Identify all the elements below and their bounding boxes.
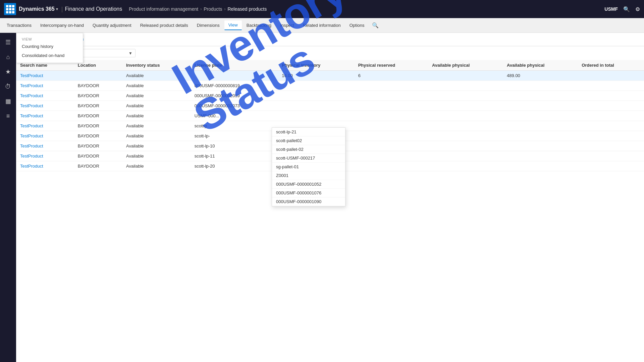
action-backtracking[interactable]: Backtracking <box>243 21 275 30</box>
lp-dropdown-item[interactable]: 000USMF-0000001076 <box>272 189 345 197</box>
app-name-chevron: ▾ <box>56 7 58 11</box>
action-bar: Transactions Intercompany on-hand Quanti… <box>0 18 644 33</box>
col-license-plate[interactable]: License plate <box>191 60 278 71</box>
action-bar-search-icon[interactable]: 🔍 <box>372 22 379 28</box>
col-inventory-status[interactable]: Inventory status <box>122 60 191 71</box>
lp-dropdown-item[interactable]: scott-pallet-02 <box>272 145 345 154</box>
table-cell <box>503 101 578 111</box>
col-available-physical-1[interactable]: Available physical <box>428 60 503 71</box>
breadcrumb: Product information management › Product… <box>129 6 267 12</box>
table-cell <box>354 161 428 171</box>
table-cell: BAYDOOR <box>74 151 122 161</box>
table-cell: BAYDOOR <box>74 141 122 151</box>
action-related-information[interactable]: Related information <box>299 21 345 30</box>
table-cell <box>278 101 354 111</box>
table-cell[interactable]: TestProduct <box>16 131 74 141</box>
sidebar-list[interactable]: ≡ <box>1 109 15 123</box>
col-physical-reserved[interactable]: Physical reserved <box>354 60 428 71</box>
action-quantity-adjustment[interactable]: Quantity adjustment <box>89 21 136 30</box>
table-cell: Available <box>122 91 191 101</box>
app-title-area[interactable]: Dynamics 365 ▾ <box>19 6 58 12</box>
onhand-table-wrapper[interactable]: Search name Location Inventory status Li… <box>16 60 644 362</box>
table-cell: BAYDOOR <box>74 111 122 121</box>
table-cell <box>428 141 503 151</box>
action-inspect[interactable]: Inspect <box>276 21 298 30</box>
table-cell <box>428 91 503 101</box>
table-cell: 6 <box>354 71 428 81</box>
col-physical-inventory[interactable]: Physical inventory <box>278 60 354 71</box>
table-cell: Available <box>122 151 191 161</box>
table-cell[interactable]: TestProduct <box>16 161 74 171</box>
license-plate-dropdown: scott-lp-21scott-pallet02scott-pallet-02… <box>272 127 345 206</box>
table-cell <box>428 71 503 81</box>
table-cell <box>578 161 644 171</box>
filter-bar: ⊞ 🔍 ▼ <box>16 46 644 60</box>
table-row[interactable]: TestProductBAYDOORAvailable000USMF-00000… <box>16 91 644 101</box>
sidebar-recent[interactable]: ⏱ <box>1 80 15 93</box>
breadcrumb-products[interactable]: Products <box>204 6 222 12</box>
table-cell[interactable]: TestProduct <box>16 91 74 101</box>
col-ordered-in-total[interactable]: Ordered in total <box>578 60 644 71</box>
table-cell: Available <box>122 111 191 121</box>
action-intercompany[interactable]: Intercompany on-hand <box>36 21 88 30</box>
filter-dropdown-arrow-icon[interactable]: ▼ <box>128 51 132 56</box>
lp-dropdown-item[interactable]: 000USMF-0000001052 <box>272 180 345 189</box>
sidebar-favorites[interactable]: ★ <box>1 65 15 78</box>
table-cell: Available <box>122 141 191 151</box>
onhand-tabs: On-hand | Reservations <box>16 33 644 46</box>
table-cell[interactable]: TestProduct <box>16 81 74 91</box>
action-view[interactable]: View <box>224 20 242 30</box>
table-cell: 000USMF-0000000819 <box>191 81 278 91</box>
table-row[interactable]: TestProductBAYDOORAvailableUSMF-000... <box>16 111 644 121</box>
sidebar-dashboard[interactable]: ▦ <box>1 95 15 108</box>
table-cell: BAYDOOR <box>74 161 122 171</box>
view-dropdown-menu: View Counting history Consolidated on-ha… <box>16 33 83 63</box>
lp-dropdown-item[interactable]: scott-lp-21 <box>272 128 345 136</box>
table-cell: BAYDOOR <box>74 101 122 111</box>
table-row[interactable]: TestProductBAYDOORAvailable000USMF-00000… <box>16 101 644 111</box>
action-dimensions[interactable]: Dimensions <box>193 21 224 30</box>
settings-icon[interactable]: ⚙ <box>635 6 640 12</box>
table-cell[interactable]: TestProduct <box>16 111 74 121</box>
breadcrumb-pim[interactable]: Product information management <box>129 6 198 12</box>
table-cell <box>428 161 503 171</box>
sidebar-hamburger[interactable]: ☰ <box>1 36 15 49</box>
table-cell[interactable]: TestProduct <box>16 101 74 111</box>
table-cell: BAYDOOR <box>74 91 122 101</box>
sidebar-home[interactable]: ⌂ <box>1 50 15 64</box>
table-cell <box>578 81 644 91</box>
table-cell[interactable]: TestProduct <box>16 151 74 161</box>
table-cell <box>503 81 578 91</box>
search-icon[interactable]: 🔍 <box>623 6 630 12</box>
table-row[interactable]: TestProductBAYDOORAvailable000USMF-00000… <box>16 81 644 91</box>
table-cell[interactable]: TestProduct <box>16 71 74 81</box>
table-cell <box>503 91 578 101</box>
table-cell: Available <box>122 121 191 131</box>
table-cell <box>503 121 578 131</box>
action-options[interactable]: Options <box>345 21 369 30</box>
app-launcher-button[interactable] <box>4 3 16 15</box>
dropdown-consolidated-onhand[interactable]: Consolidated on-hand <box>16 51 83 60</box>
lp-dropdown-item[interactable]: 000USMF-0000001090 <box>272 197 345 206</box>
table-cell: Available <box>122 71 191 81</box>
table-row[interactable]: TestProductAvailable16.006489.00 <box>16 71 644 81</box>
table-cell: Available <box>122 81 191 91</box>
table-cell <box>503 111 578 121</box>
table-cell[interactable]: TestProduct <box>16 141 74 151</box>
waffle-icon <box>6 5 14 13</box>
table-cell[interactable]: TestProduct <box>16 121 74 131</box>
dropdown-counting-history[interactable]: Counting history <box>16 42 83 51</box>
action-released-product-details[interactable]: Released product details <box>136 21 192 30</box>
lp-dropdown-item[interactable]: scott-USMF-000217 <box>272 154 345 163</box>
table-cell <box>74 71 122 81</box>
table-cell: Available <box>122 161 191 171</box>
action-transactions[interactable]: Transactions <box>3 21 36 30</box>
table-cell <box>578 101 644 111</box>
table-cell <box>503 141 578 151</box>
col-available-physical-2[interactable]: Available physical <box>503 60 578 71</box>
lp-dropdown-item[interactable]: sg-pallet-01 <box>272 163 345 171</box>
table-cell: scott-lp-11 <box>191 151 278 161</box>
table-cell <box>578 111 644 121</box>
lp-dropdown-item[interactable]: scott-pallet02 <box>272 136 345 145</box>
lp-dropdown-item[interactable]: Z0001 <box>272 171 345 180</box>
